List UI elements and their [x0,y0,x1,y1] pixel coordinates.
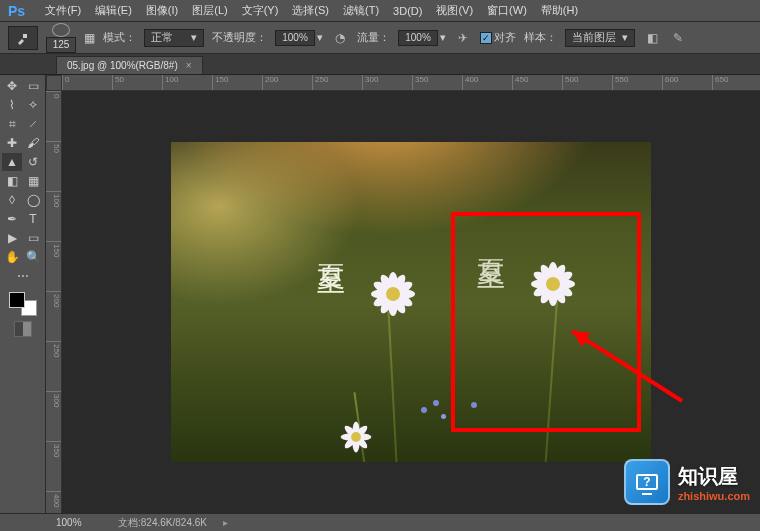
menu-edit[interactable]: 编辑(E) [95,3,132,18]
ps-logo: Ps [8,3,25,19]
blur-tool[interactable]: ◊ [2,191,22,209]
menu-layer[interactable]: 图层(L) [192,3,227,18]
lasso-tool[interactable]: ⌇ [2,96,22,114]
brush-tool[interactable]: 🖌 [23,134,43,152]
edit-toolbar-icon[interactable]: ⋯ [13,267,33,285]
canvas-viewport[interactable]: 夏至 夏至 [62,91,760,513]
chevron-down-icon: ▾ [622,31,628,44]
type-tool[interactable]: T [23,210,43,228]
flow-input[interactable]: 100% [398,30,438,46]
wand-tool[interactable]: ✧ [23,96,43,114]
menu-help[interactable]: 帮助(H) [541,3,578,18]
dodge-tool[interactable]: ◯ [23,191,43,209]
pressure-opacity-icon[interactable]: ◔ [331,29,349,47]
move-tool[interactable]: ✥ [2,77,22,95]
sample-label: 样本： [524,30,557,45]
mode-select[interactable]: 正常▾ [144,29,204,47]
healing-tool[interactable]: ✚ [2,134,22,152]
quick-mask-toggle[interactable] [14,321,32,337]
menu-type[interactable]: 文字(Y) [242,3,279,18]
watermark: ? 知识屋 zhishiwu.com [624,459,750,505]
ruler-vertical[interactable]: 050100150200250300350400 [46,91,62,513]
path-select-tool[interactable]: ▶ [2,229,22,247]
shape-tool[interactable]: ▭ [23,229,43,247]
gradient-tool[interactable]: ▦ [23,172,43,190]
menubar: Ps 文件(F) 编辑(E) 图像(I) 图层(L) 文字(Y) 选择(S) 滤… [0,0,760,22]
canvas-area: 0501001502002503003504004505005506006507… [46,75,760,513]
flow-label: 流量： [357,30,390,45]
document-tabbar: 05.jpg @ 100%(RGB/8#) × [0,54,760,75]
brush-size-input[interactable]: 125 [46,37,76,53]
status-chevron-icon[interactable]: ▸ [223,517,228,528]
history-brush-tool[interactable]: ↺ [23,153,43,171]
menu-select[interactable]: 选择(S) [292,3,329,18]
menu-3d[interactable]: 3D(D) [393,5,422,17]
stamp-tool[interactable]: ▲ [2,153,22,171]
document-tab[interactable]: 05.jpg @ 100%(RGB/8#) × [56,56,203,74]
options-bar: 125 ▦ 模式： 正常▾ 不透明度： 100%▾ ◔ 流量： 100%▾ ✈ … [0,22,760,54]
tab-title: 05.jpg @ 100%(RGB/8#) [67,60,178,71]
doc-label: 文档: [118,517,141,528]
menu-filter[interactable]: 滤镜(T) [343,3,379,18]
zoom-tool[interactable]: 🔍 [23,248,43,266]
sample-select[interactable]: 当前图层▾ [565,29,635,47]
pen-tool[interactable]: ✒ [2,210,22,228]
chevron-down-icon[interactable]: ▾ [440,31,446,44]
menu-image[interactable]: 图像(I) [146,3,178,18]
tool-preset-icon[interactable] [8,26,38,50]
watermark-title: 知识屋 [678,463,750,490]
crop-tool[interactable]: ⌗ [2,115,22,133]
aligned-label: 对齐 [494,30,516,45]
annotation-arrow-icon [552,321,692,411]
watermark-badge-icon: ? [624,459,670,505]
pressure-size-icon[interactable]: ✎ [669,29,687,47]
ignore-adj-icon[interactable]: ◧ [643,29,661,47]
marquee-tool[interactable]: ▭ [23,77,43,95]
eraser-tool[interactable]: ◧ [2,172,22,190]
svg-line-0 [572,331,682,401]
menu-file[interactable]: 文件(F) [45,3,81,18]
eyedropper-tool[interactable]: ⟋ [23,115,43,133]
color-swatch[interactable] [9,292,37,316]
chevron-down-icon[interactable]: ▾ [317,31,323,44]
zoom-level[interactable]: 100% [56,517,106,528]
airbrush-icon[interactable]: ✈ [454,29,472,47]
menu-window[interactable]: 窗口(W) [487,3,527,18]
menu-view[interactable]: 视图(V) [436,3,473,18]
document-canvas[interactable]: 夏至 夏至 [171,142,651,462]
opacity-label: 不透明度： [212,30,267,45]
watermark-url: zhishiwu.com [678,490,750,502]
hand-tool[interactable]: ✋ [2,248,22,266]
brush-picker-icon[interactable]: ▦ [84,31,95,45]
tab-close-icon[interactable]: × [186,60,192,71]
mode-label: 模式： [103,30,136,45]
ruler-horizontal[interactable]: 0501001502002503003504004505005506006507… [62,75,760,91]
doc-size: 824.6K/824.6K [141,517,207,528]
opacity-input[interactable]: 100% [275,30,315,46]
ruler-origin[interactable] [46,75,62,91]
status-bar: 100% 文档:824.6K/824.6K ▸ [0,513,760,531]
aligned-checkbox[interactable]: ✓ [480,32,492,44]
canvas-text-1: 夏至 [311,242,349,254]
chevron-down-icon: ▾ [191,31,197,44]
tools-panel: ✥▭ ⌇✧ ⌗⟋ ✚🖌 ▲↺ ◧▦ ◊◯ ✒T ▶▭ ✋🔍 ⋯ [0,75,46,513]
